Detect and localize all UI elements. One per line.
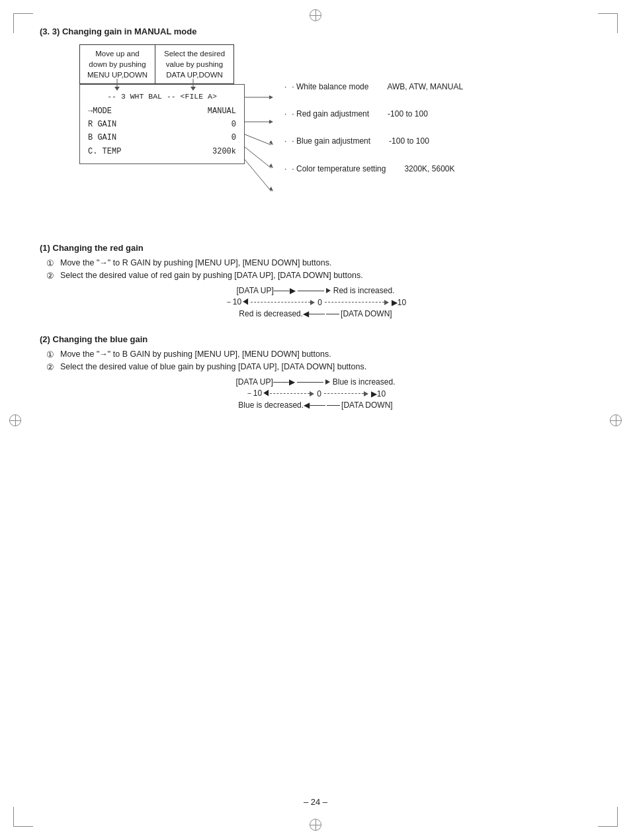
blue-data-down-label: [DATA DOWN] xyxy=(341,400,393,410)
blue-dashed-right xyxy=(324,393,364,394)
annotation-blue-text: · Blue gain adjustment xyxy=(292,135,370,148)
red-increased-label: Red is increased. xyxy=(333,286,395,295)
bullet-red: · xyxy=(284,108,286,120)
corner-mark-br xyxy=(598,807,618,827)
red-gain-steps: ① Move the "→" to R GAIN by pushing [MEN… xyxy=(46,258,591,281)
blue-minus10: －10◀ xyxy=(245,388,270,399)
annotation-blue-value: -100 to 100 xyxy=(389,135,429,148)
blue-range-line2: －10◀ 0 ▶10 xyxy=(40,388,591,399)
red-decreased-label: Red is decreased.◀—— xyxy=(239,309,325,318)
blue-dashed-left xyxy=(270,393,310,394)
annotation-red-text: · Red gain adjustment xyxy=(292,108,369,120)
red-range-line2: －10◀ 0 ▶10 xyxy=(40,297,591,308)
blue-arrow-line xyxy=(297,382,323,383)
blue-zero: 0 xyxy=(317,389,321,398)
annotation-wb-text: · White balance mode xyxy=(292,81,368,93)
page: (3. 3) Changing gain in MANUAL mode Move… xyxy=(0,0,631,840)
red-arrow-right xyxy=(384,300,389,305)
red-range-line1: [DATA UP]——▶ Red is increased. xyxy=(40,286,591,295)
blue-arrow-head xyxy=(325,379,330,385)
section-title: (3. 3) Changing gain in MANUAL mode xyxy=(40,26,591,36)
red-range-diagram: [DATA UP]——▶ Red is increased. －10◀ 0 ▶1… xyxy=(40,286,591,318)
annotation-wb-mode: · · White balance mode AWB, ATW, MANUAL xyxy=(284,81,463,93)
data-up-label: [DATA UP]——▶ xyxy=(237,286,296,295)
corner-mark-tl xyxy=(13,13,33,33)
blue-gain-step2: ② Select the desired value of blue gain … xyxy=(46,362,591,372)
annotation-wb-value: AWB, ATW, MANUAL xyxy=(387,81,463,93)
annotation-color-value: 3200K, 5600K xyxy=(404,163,454,175)
svg-marker-8 xyxy=(269,120,273,124)
blue-down-line xyxy=(327,405,340,406)
blue-range-line3: Blue is decreased.◀—— [DATA DOWN] xyxy=(40,400,591,410)
cross-bottom xyxy=(310,819,321,831)
step1-number: ① xyxy=(46,258,57,268)
data-down-label: [DATA DOWN] xyxy=(341,309,392,318)
blue-plus10: ▶10 xyxy=(371,389,386,398)
bstep2-number: ② xyxy=(46,362,57,372)
blue-arrow-mid xyxy=(310,391,314,397)
red-arrow-head xyxy=(326,288,331,293)
svg-marker-14 xyxy=(269,187,273,191)
bullet-color: · xyxy=(284,163,286,175)
red-zero: 0 xyxy=(317,298,322,307)
cross-top xyxy=(310,9,321,21)
red-minus10: －10◀ xyxy=(225,297,249,308)
bstep1-number: ① xyxy=(46,350,57,359)
red-arrow-line xyxy=(298,291,324,291)
red-dashed-right xyxy=(325,302,384,303)
red-arrow-mid xyxy=(310,300,315,305)
subsection-red-gain: (1) Changing the red gain ① Move the "→"… xyxy=(40,243,591,318)
corner-mark-bl xyxy=(13,807,33,827)
step2-text: Select the desired value of red gain by … xyxy=(60,271,363,280)
bullet-wb: · xyxy=(284,81,286,93)
annotations: · · White balance mode AWB, ATW, MANUAL … xyxy=(284,81,463,185)
annotation-color-temp: · · Color temperature setting 3200K, 560… xyxy=(284,163,463,175)
red-gain-step2: ② Select the desired value of red gain b… xyxy=(46,271,591,281)
step1-text: Move the "→" to R GAIN by pushing [MENU … xyxy=(60,258,331,267)
red-gain-title: (1) Changing the red gain xyxy=(40,243,591,253)
svg-line-11 xyxy=(245,147,271,168)
bstep1-text: Move the "→" to B GAIN by pushing [MENU … xyxy=(60,350,331,359)
annotation-color-text: · Color temperature setting xyxy=(292,163,386,175)
svg-line-13 xyxy=(245,160,271,191)
red-range-line3: Red is decreased.◀—— [DATA DOWN] xyxy=(40,309,591,318)
blue-gain-title: (2) Changing the blue gain xyxy=(40,334,591,344)
blue-increased-label: Blue is increased. xyxy=(333,377,396,387)
bstep2-text: Select the desired value of blue gain by… xyxy=(60,362,366,371)
cross-left xyxy=(9,414,21,426)
cross-right xyxy=(610,414,622,426)
red-gain-step1: ① Move the "→" to R GAIN by pushing [MEN… xyxy=(46,258,591,268)
diagram-area: Move up and down by pushing MENU UP,DOWN… xyxy=(40,44,591,230)
blue-range-diagram: [DATA UP]——▶ Blue is increased. －10◀ 0 ▶… xyxy=(40,377,591,410)
subsection-blue-gain: (2) Changing the blue gain ① Move the "→… xyxy=(40,334,591,410)
red-down-line xyxy=(326,314,339,314)
corner-mark-tr xyxy=(598,13,618,33)
svg-marker-6 xyxy=(269,95,273,99)
blue-arrow-right xyxy=(364,391,368,397)
annotation-red-value: -100 to 100 xyxy=(388,108,428,120)
bullet-blue: · xyxy=(284,135,286,148)
red-plus10: ▶10 xyxy=(392,298,406,307)
blue-range-line1: [DATA UP]——▶ Blue is increased. xyxy=(40,377,591,387)
step2-number: ② xyxy=(46,271,57,281)
blue-gain-steps: ① Move the "→" to B GAIN by pushing [MEN… xyxy=(46,350,591,372)
blue-data-up-label: [DATA UP]——▶ xyxy=(236,377,295,387)
red-dashed-left xyxy=(251,302,310,303)
annotation-blue-gain: · · Blue gain adjustment -100 to 100 xyxy=(284,135,463,148)
annotation-red-gain: · · Red gain adjustment -100 to 100 xyxy=(284,108,463,120)
blue-decreased-label: Blue is decreased.◀—— xyxy=(238,400,325,410)
blue-gain-step1: ① Move the "→" to B GAIN by pushing [MEN… xyxy=(46,350,591,359)
svg-line-9 xyxy=(245,134,271,145)
page-number: – 24 – xyxy=(0,797,631,807)
